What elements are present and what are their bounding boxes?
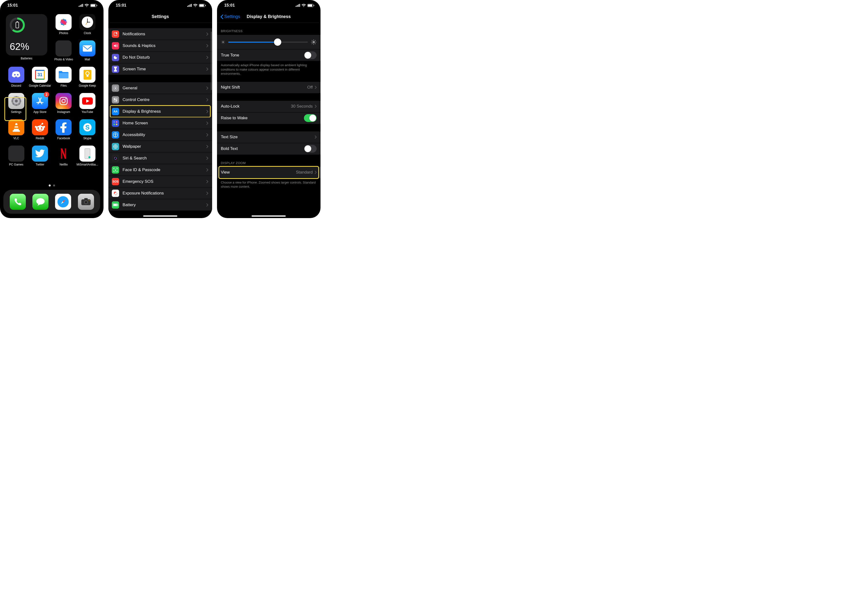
app-skype[interactable]: S Skype (77, 119, 98, 146)
faceid-icon (112, 166, 119, 174)
svg-rect-23 (83, 45, 92, 52)
app-instagram[interactable]: Instagram (53, 93, 74, 119)
svg-point-78 (89, 200, 89, 201)
settings-row-wallpaper[interactable]: Wallpaper (108, 141, 212, 152)
svg-rect-113 (297, 5, 298, 7)
settings-row-home-screen[interactable]: Home Screen (108, 117, 212, 129)
svg-point-25 (17, 74, 19, 75)
app-clock[interactable]: Clock (77, 14, 98, 40)
app-store-badge: 2 (44, 92, 49, 97)
svg-point-55 (37, 127, 39, 129)
svg-point-99 (115, 133, 116, 134)
app-google-calendar[interactable]: 31 Google Calendar (29, 67, 51, 93)
svg-line-60 (40, 124, 42, 125)
settings-row-siri[interactable]: Siri & Search (108, 152, 212, 164)
bold-text-row[interactable]: Bold Text (217, 143, 320, 155)
settings-row-sos[interactable]: SOSEmergency SOS (108, 176, 212, 187)
app-app-store[interactable]: 2 App Store (29, 93, 51, 119)
settings-row-exposure[interactable]: Exposure Notifications (108, 187, 212, 199)
view-row[interactable]: View Standard (217, 167, 320, 178)
app-vlc[interactable]: VLC (6, 119, 27, 146)
app-youtube[interactable]: YouTube (77, 93, 98, 119)
chevron-right-icon (206, 168, 208, 172)
batteries-widget[interactable]: 62% Batteries (6, 14, 47, 67)
chevron-right-icon (206, 86, 208, 90)
settings-row-general[interactable]: General (108, 82, 212, 94)
folder-pc-games[interactable]: PC Games (6, 146, 27, 172)
app-settings[interactable]: Settings (6, 93, 27, 119)
app-label: Clock (84, 31, 91, 35)
dock-safari[interactable] (55, 194, 71, 210)
brightness-slider[interactable] (228, 38, 308, 46)
app-files[interactable]: Files (53, 67, 74, 93)
status-bar: 15:01 (108, 0, 212, 11)
dock-camera[interactable] (78, 194, 94, 210)
facebook-icon (60, 122, 67, 133)
scrollbar[interactable] (211, 32, 212, 90)
true-tone-row[interactable]: True Tone (217, 49, 320, 61)
dock-phone[interactable] (10, 194, 26, 210)
chevron-right-icon (206, 110, 208, 113)
app-label: MiSmartAntiba... (77, 163, 98, 166)
display-list[interactable]: BRIGHTNESS True Tone Automatically adapt… (217, 23, 320, 190)
folder-photo-video[interactable]: Photo & Video (53, 40, 74, 67)
home-indicator[interactable] (143, 215, 177, 217)
chevron-right-icon (206, 32, 208, 36)
bold-text-toggle[interactable] (304, 145, 317, 153)
app-twitter[interactable]: Twitter (29, 146, 51, 172)
chevron-right-icon (206, 203, 208, 207)
svg-line-125 (224, 43, 224, 43)
app-netflix[interactable]: Netflix (53, 146, 74, 172)
chevron-right-icon (206, 44, 208, 47)
settings-row-accessibility[interactable]: Accessibility (108, 129, 212, 141)
svg-point-68 (36, 198, 44, 205)
dock-messages[interactable] (32, 194, 49, 210)
settings-row-display[interactable]: AADisplay & Brightness (108, 106, 212, 117)
settings-row-notifications[interactable]: Notifications (108, 28, 212, 40)
svg-point-101 (114, 156, 118, 160)
app-discord[interactable]: Discord (6, 67, 27, 93)
files-icon (58, 70, 69, 79)
settings-row-sounds[interactable]: Sounds & Haptics (108, 40, 212, 52)
batteries-widget-label: Batteries (6, 57, 47, 60)
true-tone-toggle[interactable] (304, 52, 317, 59)
app-label: Mail (85, 58, 90, 61)
app-photos[interactable]: Photos (53, 14, 74, 40)
settings-row-faceid[interactable]: Face ID & Passcode (108, 164, 212, 176)
home-indicator[interactable] (252, 215, 286, 217)
night-shift-value: Off (307, 85, 313, 90)
back-button[interactable]: Settings (220, 11, 240, 23)
settings-row-dnd[interactable]: Do Not Disturb (108, 52, 212, 63)
cellular-icon (187, 4, 192, 7)
folder-icon (8, 146, 24, 162)
svg-point-54 (36, 125, 44, 131)
svg-rect-111 (118, 204, 118, 206)
text-size-row[interactable]: Text Size (217, 131, 320, 143)
raise-to-wake-toggle[interactable] (304, 114, 317, 122)
settings-list[interactable]: NotificationsSounds & HapticsDo Not Dist… (108, 23, 212, 211)
row-label: Screen Time (123, 67, 146, 72)
row-label: Notifications (123, 32, 145, 37)
raise-to-wake-row[interactable]: Raise to Wake (217, 112, 320, 124)
bold-text-label: Bold Text (221, 146, 238, 151)
app-mail[interactable]: Mail (77, 40, 98, 67)
discord-icon (12, 71, 21, 78)
nav-bar: Settings Display & Brightness (217, 11, 320, 23)
app-facebook[interactable]: Facebook (53, 119, 74, 146)
app-mi-smart[interactable]: MiSmartAntiba... (77, 146, 98, 172)
svg-point-67 (89, 156, 90, 158)
wifi-icon (84, 4, 89, 7)
settings-row-battery[interactable]: Battery (108, 199, 212, 211)
settings-row-screen-time[interactable]: Screen Time (108, 63, 212, 75)
app-label: YouTube (81, 110, 93, 113)
app-google-keep[interactable]: Google Keep (77, 67, 98, 93)
app-reddit[interactable]: Reddit (29, 119, 51, 146)
auto-lock-row[interactable]: Auto-Lock 30 Seconds (217, 101, 320, 112)
settings-row-control-centre[interactable]: Control Centre (108, 94, 212, 106)
svg-marker-50 (14, 123, 19, 130)
night-shift-row[interactable]: Night Shift Off (217, 82, 320, 93)
page-indicator[interactable] (0, 184, 103, 186)
svg-rect-80 (189, 5, 189, 7)
nav-title: Settings (108, 11, 212, 23)
svg-point-32 (15, 100, 18, 102)
